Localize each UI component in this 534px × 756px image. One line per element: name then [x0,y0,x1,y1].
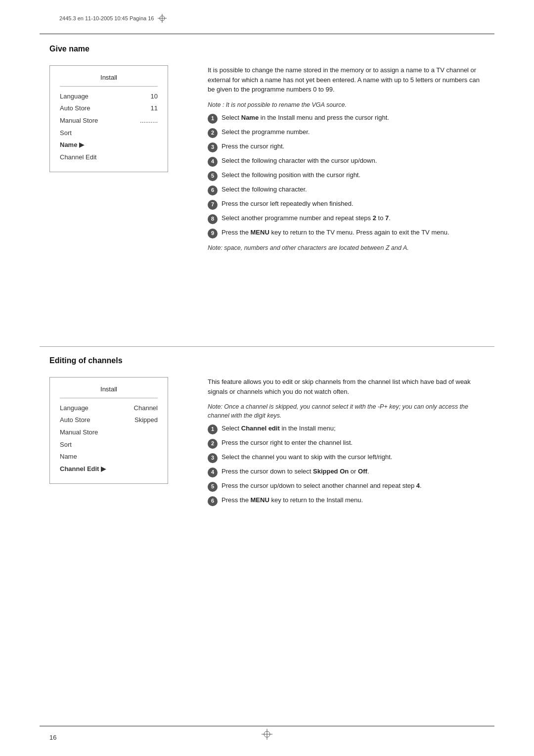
ec-menu-label-manualstore: Manual Store [60,426,98,439]
editing-channels-note-intro: Note: Once a channel is skipped, you can… [208,402,485,420]
step-6-num: 6 [208,186,218,195]
step-1-text: Select Name in the Install menu and pres… [222,113,485,123]
ec-menu-value-language: Channel [134,402,158,415]
step-3: 3 Press the cursor right. [208,142,485,152]
menu-value-manualstore: .......... [140,115,158,127]
ec-menu-row-autostore: Auto Store Skipped [60,414,158,426]
ec-step-2-text: Press the cursor right to enter the chan… [222,438,485,448]
header-meta: 2445.3 en 11-10-2005 10:45 Pagina 16 [59,15,154,21]
editing-channels-content: Install Language Channel Auto Store Skip… [49,377,485,510]
step-4-num: 4 [208,157,218,167]
give-name-intro: It is possible to change the name stored… [208,65,485,94]
step-7-num: 7 [208,200,218,210]
step-7-text: Press the cursor left repeatedly when fi… [222,199,485,209]
ec-menu-label-language: Language [60,402,89,415]
give-name-title: Give name [49,45,485,53]
menu-value-autostore: 11 [151,102,158,115]
ec-step-1-num: 1 [208,425,218,434]
menu-label-name: Name ▶ [60,139,84,151]
ec-menu-value-autostore: Skipped [134,414,158,426]
bottom-crosshair-icon [262,729,272,741]
mid-divider [40,346,494,347]
step-4: 4 Select the following character with th… [208,156,485,167]
ec-step-6-num: 6 [208,496,218,506]
menu-label-autostore: Auto Store [60,102,90,115]
step-2-num: 2 [208,128,218,138]
give-name-note-end: Note: space, numbers and other character… [208,243,485,252]
header-crosshair-icon [158,14,167,23]
step-9-num: 9 [208,229,218,238]
ec-step-3-text: Select the channel you want to skip with… [222,453,485,462]
step-3-num: 3 [208,142,218,152]
give-name-note-intro: Note : It is not possible to rename the … [208,100,485,109]
ec-step-2-num: 2 [208,439,218,449]
ec-step-1-text: Select Channel edit in the Install menu; [222,424,485,433]
ec-menu-label-channeledit: Channel Edit ▶ [60,463,106,475]
editing-channels-steps: 1 Select Channel edit in the Install men… [208,424,485,506]
menu-row-manualstore: Manual Store .......... [60,115,158,127]
step-5: 5 Select the following position with the… [208,171,485,181]
editing-channels-right: This feature allows you to edit or skip … [208,377,485,510]
ec-menu-row-manualstore: Manual Store [60,426,158,439]
give-name-steps: 1 Select Name in the Install menu and pr… [208,113,485,238]
menu-value-language: 10 [151,91,158,103]
step-6: 6 Select the following character. [208,185,485,195]
ec-step-3: 3 Select the channel you want to skip wi… [208,453,485,463]
menu-row-name: Name ▶ [60,139,158,151]
ec-menu-label-autostore: Auto Store [60,414,90,426]
editing-channels-title: Editing of channels [49,356,485,365]
step-9: 9 Press the MENU key to return to the TV… [208,228,485,238]
ec-step-6: 6 Press the MENU key to return to the In… [208,496,485,506]
step-8-num: 8 [208,214,218,224]
ec-step-6-text: Press the MENU key to return to the Inst… [222,496,485,505]
step-7: 7 Press the cursor left repeatedly when … [208,199,485,210]
ec-menu-label-name: Name [60,451,77,463]
menu-row-sort: Sort [60,127,158,140]
step-8-text: Select another programme number and repe… [222,214,485,223]
ec-step-1: 1 Select Channel edit in the Install men… [208,424,485,434]
editing-channels-menu-box: Install Language Channel Auto Store Skip… [49,377,168,484]
editing-channels-section: Editing of channels Install Language Cha… [49,356,485,510]
step-3-text: Press the cursor right. [222,142,485,151]
editing-channels-menu-title: Install [60,383,158,398]
menu-label-language: Language [60,91,89,103]
step-8: 8 Select another programme number and re… [208,214,485,224]
step-6-text: Select the following character. [222,185,485,194]
ec-step-5-num: 5 [208,482,218,492]
give-name-menu-title: Install [60,72,158,87]
give-name-section: Give name Install Language 10 Auto Store… [49,45,485,252]
menu-label-sort: Sort [60,127,72,140]
give-name-content: Install Language 10 Auto Store 11 Manual… [49,65,485,252]
give-name-right: It is possible to change the name stored… [208,65,485,252]
step-5-num: 5 [208,171,218,181]
ec-menu-row-channeledit: Channel Edit ▶ [60,463,158,475]
menu-row-channeledit: Channel Edit [60,151,158,164]
editing-channels-left: Install Language Channel Auto Store Skip… [49,377,188,484]
step-9-text: Press the MENU key to return to the TV m… [222,228,485,237]
menu-label-manualstore: Manual Store [60,115,98,127]
editing-channels-intro: This feature allows you to edit or skip … [208,377,485,396]
menu-row-autostore: Auto Store 11 [60,102,158,115]
ec-step-4-num: 4 [208,468,218,477]
step-2-text: Select the programme number. [222,128,485,137]
menu-label-channeledit: Channel Edit [60,151,96,164]
bottom-rule [40,726,494,726]
ec-step-4: 4 Press the cursor down to select Skippe… [208,467,485,477]
ec-step-4-text: Press the cursor down to select Skipped … [222,467,485,476]
top-rule [40,34,494,34]
ec-menu-row-language: Language Channel [60,402,158,415]
ec-step-5-text: Press the cursor up/down to select anoth… [222,481,485,491]
ec-step-5: 5 Press the cursor up/down to select ano… [208,481,485,492]
ec-menu-row-sort: Sort [60,439,158,451]
step-1: 1 Select Name in the Install menu and pr… [208,113,485,124]
ec-menu-label-sort: Sort [60,439,72,451]
step-1-num: 1 [208,114,218,124]
ec-step-3-num: 3 [208,453,218,463]
page-header: 2445.3 en 11-10-2005 10:45 Pagina 16 [59,14,167,23]
ec-step-2: 2 Press the cursor right to enter the ch… [208,438,485,449]
step-5-text: Select the following position with the c… [222,171,485,180]
page-number: 16 [49,734,56,741]
ec-menu-row-name: Name [60,451,158,463]
give-name-menu-box: Install Language 10 Auto Store 11 Manual… [49,65,168,172]
step-2: 2 Select the programme number. [208,128,485,138]
